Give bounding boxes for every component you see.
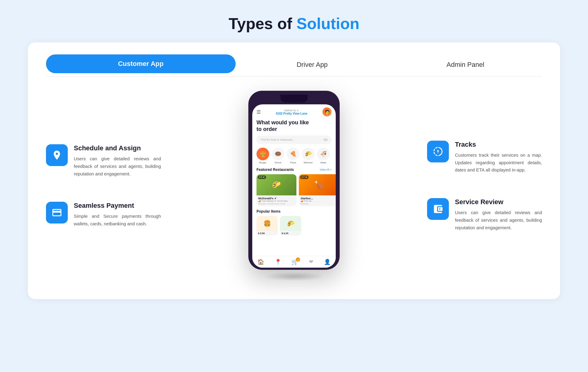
app-search[interactable]: Find for food or restaurant... 🍽 xyxy=(256,135,332,144)
rest-card-starbucks[interactable]: 🍗 4.7 ★ Starbuc... 🚚 Free de... BURGER xyxy=(299,174,336,206)
tracks-desc: Customers track their services on a map.… xyxy=(455,152,542,174)
schedule-title: Schedule and Assign xyxy=(74,144,161,152)
phone-shadow xyxy=(264,272,324,281)
title-part2: Solution xyxy=(296,15,359,32)
search-icon: 🍽 xyxy=(324,138,327,142)
title-part1: Types of xyxy=(229,15,292,32)
deliver-label: Deliver to ∨ xyxy=(261,109,322,112)
app-greeting: What would you liketo order xyxy=(252,118,336,135)
tracks-icon xyxy=(427,141,449,162)
cart-badge: 2 xyxy=(296,257,300,262)
main-card: Customer App Driver App Admin Panel Sche… xyxy=(28,42,560,299)
feature-review: Service Review Users can give detailed r… xyxy=(427,198,542,231)
phone-container: ☰ Deliver to ∨ 4102 Pretty View Lane 🧑 W… xyxy=(171,91,417,281)
popular-header: Popular Items xyxy=(252,209,336,216)
phone-screen: ☰ Deliver to ∨ 4102 Pretty View Lane 🧑 W… xyxy=(252,104,336,268)
review-title: Service Review xyxy=(455,198,542,206)
nav-location-icon[interactable]: 📍 xyxy=(275,259,281,265)
cat-burger[interactable]: 🍔 Burger xyxy=(256,148,269,164)
phone-mockup: ☰ Deliver to ∨ 4102 Pretty View Lane 🧑 W… xyxy=(249,91,339,269)
review-text: Service Review Users can give detailed r… xyxy=(455,198,542,231)
rest-card-mcdonalds[interactable]: 🌮 4.5 ★ McDonald's ✔ 🚚 Free delivery ⏱ 1… xyxy=(256,174,296,206)
search-placeholder: Find for food or restaurant... xyxy=(261,138,295,141)
rating-mcdonalds: 4.5 ★ xyxy=(258,175,266,179)
rest-delivery-starbucks: 🚚 Free de... xyxy=(301,200,336,202)
cat-asian[interactable]: 🍜 Asian xyxy=(317,148,330,164)
nav-home-icon[interactable]: 🏠 xyxy=(257,259,264,265)
rest-tags-starbucks: BURGER xyxy=(301,203,336,205)
rest-delivery-mcdonalds: 🚚 Free delivery ⏱ 10-15 mins xyxy=(258,200,295,202)
nav-profile-icon[interactable]: 👤 xyxy=(324,259,331,265)
feature-tracks: Tracks Customers track their services on… xyxy=(427,141,542,174)
rest-name-starbucks: Starbuc... xyxy=(301,197,336,200)
feature-payment: Seamless Payment Simple and Secure payme… xyxy=(46,202,161,228)
page-title: Types of Solution xyxy=(229,0,359,42)
view-all[interactable]: View All > xyxy=(320,168,332,171)
feature-schedule: Schedule and Assign Users can give detai… xyxy=(46,144,161,178)
tab-customer[interactable]: Customer App xyxy=(46,54,236,73)
menu-icon: ☰ xyxy=(256,109,261,115)
categories-row: 🍔 Burger 🍩 Donut 🍕 Pizza xyxy=(252,148,336,168)
payment-text: Seamless Payment Simple and Secure payme… xyxy=(74,202,161,228)
tracks-title: Tracks xyxy=(455,141,542,148)
payment-title: Seamless Payment xyxy=(74,202,161,210)
featured-header: Featured Restaurants View All > xyxy=(252,168,336,174)
pop-item-2[interactable]: 🌮 $ 6.25 xyxy=(280,216,301,236)
schedule-desc: Users can give detailed reviews and feed… xyxy=(74,155,161,178)
tabs-row: Customer App Driver App Admin Panel xyxy=(46,54,542,77)
features-left: Schedule and Assign Users can give detai… xyxy=(46,144,161,228)
featured-title: Featured Restaurants xyxy=(256,168,294,172)
review-icon xyxy=(427,198,449,220)
cat-donut[interactable]: 🍩 Donut xyxy=(272,148,284,164)
payment-desc: Simple and Secure payments through walle… xyxy=(74,213,161,228)
payment-icon xyxy=(46,202,68,224)
restaurant-cards: 🌮 4.5 ★ McDonald's ✔ 🚚 Free delivery ⏱ 1… xyxy=(252,174,336,209)
pop-price-1: $ 5.50 xyxy=(256,231,278,236)
content-area: Schedule and Assign Users can give detai… xyxy=(46,91,542,281)
schedule-text: Schedule and Assign Users can give detai… xyxy=(74,144,161,178)
review-desc: Users can give detailed reviews and feed… xyxy=(455,209,542,231)
location-block: Deliver to ∨ 4102 Pretty View Lane xyxy=(261,109,322,115)
phone-notch xyxy=(280,95,308,103)
pop-price-2: $ 6.25 xyxy=(280,231,301,236)
tab-admin[interactable]: Admin Panel xyxy=(389,55,542,75)
nav-heart-icon[interactable]: ❤ xyxy=(309,259,313,265)
schedule-icon xyxy=(46,144,68,166)
cat-mexican[interactable]: 🌮 Mexican xyxy=(302,148,315,164)
rest-name-mcdonalds: McDonald's ✔ xyxy=(258,197,295,200)
pop-item-1[interactable]: 🍔 $ 5.50 xyxy=(256,216,278,236)
nav-cart-wrap[interactable]: 🛒 2 xyxy=(292,259,298,265)
tracks-text: Tracks Customers track their services on… xyxy=(455,141,542,174)
cat-pizza[interactable]: 🍕 Pizza xyxy=(287,148,299,164)
rating-starbucks: 4.7 ★ xyxy=(300,175,309,179)
features-right: Tracks Customers track their services on… xyxy=(427,141,542,232)
rest-tags-mcdonalds: BURGER CHICKEN FAST FOOD xyxy=(258,203,295,205)
avatar: 🧑 xyxy=(322,107,332,116)
app-header: ☰ Deliver to ∨ 4102 Pretty View Lane 🧑 xyxy=(252,104,336,118)
address-text: 4102 Pretty View Lane xyxy=(261,112,322,115)
app-bottom-nav: 🏠 📍 🛒 2 ❤ 👤 xyxy=(252,256,336,268)
tab-driver[interactable]: Driver App xyxy=(236,55,389,75)
popular-items-row: 🍔 $ 5.50 🌮 $ 6.25 xyxy=(252,216,336,236)
